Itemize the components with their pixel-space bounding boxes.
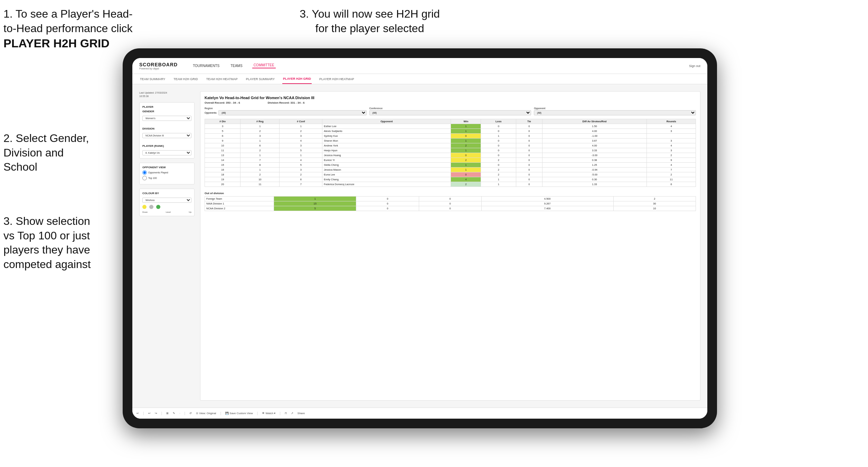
sub-nav-player-summary[interactable]: PLAYER SUMMARY bbox=[245, 74, 275, 84]
table-row: 11 2 5 Heejo Hyun 1 0 0 3.33 3 bbox=[205, 148, 696, 153]
colour-down-label: Down bbox=[142, 211, 148, 213]
toolbar-undo[interactable]: ↩ bbox=[136, 412, 139, 415]
division-select[interactable]: NCAA Division III bbox=[142, 133, 191, 138]
division-record: Division Record: 331 - 34 - 6 bbox=[268, 101, 305, 104]
table-row: 6 3 3 Sydney Kuo 0 1 0 -1.00 bbox=[205, 134, 696, 139]
col-loss: Loss bbox=[481, 119, 516, 124]
top-nav: SCOREBOARD Powered by clippd TOURNAMENTS… bbox=[132, 58, 707, 74]
toolbar-dot[interactable]: · bbox=[179, 412, 180, 415]
main-content: Last Updated: 27/03/2024 16:55:38 Player… bbox=[132, 84, 707, 408]
h2h-records: Overall Record: 353 - 34 - 6 Division Re… bbox=[205, 101, 696, 104]
toolbar-arrow[interactable]: ⊓ bbox=[285, 412, 287, 415]
colour-dot-down bbox=[142, 205, 147, 209]
toolbar-view-original[interactable]: ⊙ View: Original bbox=[196, 412, 216, 415]
out-division-row: NCAA Division 2 5 0 0 7.400 10 bbox=[205, 206, 696, 211]
radio-top100[interactable]: Top 100 bbox=[142, 176, 191, 180]
tablet-screen: SCOREBOARD Powered by clippd TOURNAMENTS… bbox=[132, 58, 707, 419]
table-row: 9 1 4 Sharon Mun 1 0 0 3.67 3 bbox=[205, 139, 696, 143]
nav-tournaments[interactable]: TOURNAMENTS bbox=[191, 64, 221, 68]
out-of-division: Out of division Foreign Team 1 0 0 4.500… bbox=[205, 192, 696, 211]
sidebar: Last Updated: 27/03/2024 16:55:38 Player… bbox=[139, 91, 195, 401]
table-row: 10 6 3 Andrea York 2 0 0 4.00 4 bbox=[205, 143, 696, 148]
toolbar-refresh[interactable]: ↺ bbox=[189, 412, 192, 415]
col-opponent: Opponent bbox=[322, 119, 451, 124]
last-updated: Last Updated: 27/03/2024 16:55:38 bbox=[139, 91, 195, 98]
toolbar-redo[interactable]: ↪ bbox=[155, 412, 157, 415]
colour-label: Colour by bbox=[142, 192, 191, 195]
player-label: Player bbox=[142, 105, 191, 108]
opponent-view-label: Opponent view bbox=[142, 166, 191, 169]
tablet: SCOREBOARD Powered by clippd TOURNAMENTS… bbox=[123, 48, 717, 428]
table-row: 13 1 1 Jessica Huang 0 0 0 -3.00 2 bbox=[205, 153, 696, 158]
col-win: Win bbox=[451, 119, 481, 124]
col-div: # Div bbox=[205, 119, 240, 124]
logo-area: SCOREBOARD Powered by clippd bbox=[139, 62, 178, 70]
sub-nav-team-heatmap[interactable]: TEAM H2H HEATMAP bbox=[206, 74, 238, 84]
player-rank-label: Player (Rank) bbox=[142, 144, 191, 147]
col-conf: # Conf bbox=[280, 119, 322, 124]
table-row: 3 1 1 Esther Lee 1 0 0 1.50 4 bbox=[205, 124, 696, 129]
table-row: 18 2 2 Euna Lee 0 2 0 -5.00 2 bbox=[205, 172, 696, 177]
conference-filter: Conference (All) bbox=[369, 107, 531, 115]
colour-section: Colour by Win/loss Down Level Up bbox=[139, 189, 195, 216]
instruction-line2: to-Head performance click bbox=[3, 22, 132, 35]
toolbar-undo2[interactable]: ↩ bbox=[148, 412, 151, 415]
col-diff: Diff Av Strokes/Rnd bbox=[542, 119, 647, 124]
instruction-bold: PLAYER H2H GRID bbox=[3, 37, 110, 50]
sub-nav-player-h2h[interactable]: PLAYER H2H GRID bbox=[282, 74, 312, 84]
opponent-view-section: Opponent view Opponents Played Top 100 bbox=[139, 163, 195, 184]
table-row: 19 10 6 Emily Chang 4 1 0 0.30 11 bbox=[205, 177, 696, 182]
h2h-area: Katelyn Vo Head-to-Head Grid for Women's… bbox=[200, 91, 700, 401]
player-rank-select[interactable]: 8. Katelyn Vo bbox=[142, 150, 191, 155]
sub-nav-team-summary[interactable]: TEAM SUMMARY bbox=[139, 74, 166, 84]
table-row: 15 8 5 Stella Cheng 1 0 0 1.25 4 bbox=[205, 163, 696, 168]
h2h-table: # Div # Reg # Conf Opponent Win Loss Tie… bbox=[205, 119, 696, 187]
opponent-filter: Opponent (All) bbox=[534, 107, 696, 115]
table-row: 20 11 7 Federica Domecq Lacroze 2 1 0 1.… bbox=[205, 182, 696, 187]
instruction-top-left: 1. To see a Player's Head- to-Head perfo… bbox=[3, 7, 135, 51]
overall-record: Overall Record: 353 - 34 - 6 bbox=[205, 101, 240, 104]
toolbar-watch[interactable]: 👁 Watch ▾ bbox=[262, 412, 275, 415]
player-section: Player Gender Women's Division NCAA Divi… bbox=[139, 102, 195, 159]
table-row: 14 7 4 Eunice Yi 2 2 0 0.38 9 bbox=[205, 158, 696, 163]
instruction-bot-left: 3. Show selectionvs Top 100 or justplaye… bbox=[3, 214, 121, 271]
logo-sub: Powered by clippd bbox=[139, 67, 178, 70]
toolbar-save-custom[interactable]: 💾 Save Custom View bbox=[225, 412, 253, 415]
instruction-mid-left: 2. Select Gender,Division andSchool bbox=[3, 131, 121, 174]
opponent-select[interactable]: (All) bbox=[534, 110, 696, 115]
region-select[interactable]: (All) bbox=[218, 110, 366, 115]
col-rounds: Rounds bbox=[647, 119, 696, 124]
logo-text: SCOREBOARD bbox=[139, 62, 178, 67]
region-filter: Region Opponents: (All) bbox=[205, 107, 367, 115]
toolbar-grid[interactable]: ⊞ bbox=[166, 412, 169, 415]
colour-select[interactable]: Win/loss bbox=[142, 198, 191, 203]
radio-opponents-played[interactable]: Opponents Played bbox=[142, 170, 191, 175]
sub-nav: TEAM SUMMARY TEAM H2H GRID TEAM H2H HEAT… bbox=[132, 74, 707, 84]
out-division-row: Foreign Team 1 0 0 4.500 2 bbox=[205, 197, 696, 201]
h2h-title: Katelyn Vo Head-to-Head Grid for Women's… bbox=[205, 96, 696, 100]
filter-row: Region Opponents: (All) Conference (All) bbox=[205, 107, 696, 115]
colour-up-label: Up bbox=[189, 211, 191, 213]
toolbar-share-label[interactable]: Share bbox=[298, 412, 305, 415]
col-tie: Tie bbox=[516, 119, 542, 124]
nav-committee[interactable]: COMMITTEE bbox=[252, 63, 276, 68]
nav-teams[interactable]: TEAMS bbox=[229, 64, 244, 68]
division-label: Division bbox=[142, 127, 191, 130]
sign-out-button[interactable]: Sign out bbox=[689, 64, 700, 68]
toolbar-share-icon[interactable]: ↗ bbox=[291, 412, 293, 415]
bottom-toolbar: ↩ | ↩ ↪ | ⊞ ✎ · | ↺ ⊙ View: Original | 💾… bbox=[132, 408, 707, 419]
instruction-line1: 1. To see a Player's Head- bbox=[3, 8, 133, 20]
instruction-top-right: 3. You will now see H2H gridfor the play… bbox=[283, 7, 456, 36]
gender-label: Gender bbox=[142, 110, 191, 113]
colour-dot-up bbox=[156, 205, 160, 209]
colour-dot-level bbox=[149, 205, 153, 209]
out-division-row: NAIA Division 1 15 0 0 9.267 30 bbox=[205, 201, 696, 206]
sub-nav-player-heatmap[interactable]: PLAYER H2H HEATMAP bbox=[319, 74, 355, 84]
toolbar-edit[interactable]: ✎ bbox=[173, 412, 175, 415]
gender-select[interactable]: Women's bbox=[142, 116, 191, 121]
table-row: 16 1 3 Jessica Mason 1 2 0 -0.94 7 bbox=[205, 168, 696, 172]
colour-level-label: Level bbox=[166, 211, 171, 213]
conference-select[interactable]: (All) bbox=[369, 110, 531, 115]
sub-nav-team-h2h[interactable]: TEAM H2H GRID bbox=[173, 74, 199, 84]
col-reg: # Reg bbox=[240, 119, 280, 124]
